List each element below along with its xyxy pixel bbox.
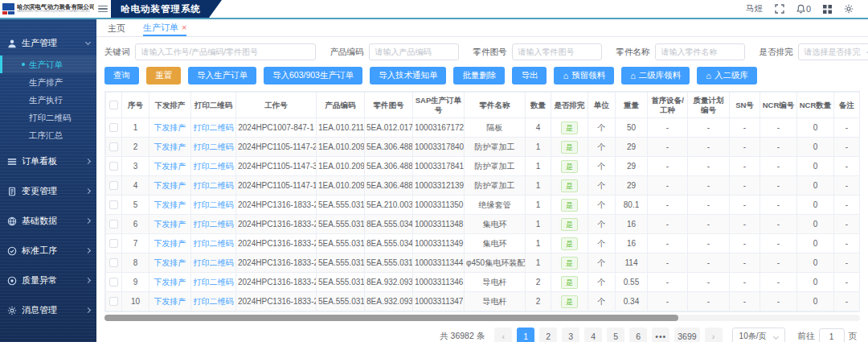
print-qrcode-link[interactable]: 打印二维码	[194, 297, 234, 306]
page-button-1[interactable]: 1	[517, 328, 534, 342]
cell-quality_plan_no: -	[688, 157, 730, 176]
dispatch-link[interactable]: 下发排产	[154, 181, 186, 190]
page-button-4[interactable]: 4	[584, 328, 602, 342]
dispatch-link[interactable]: 下发排产	[154, 162, 186, 171]
filter-input[interactable]	[655, 43, 745, 60]
sidebar-item-1[interactable]: 订单看板	[0, 149, 96, 174]
filter-field-2: 零件图号	[473, 43, 602, 60]
cell-qty: 1	[526, 196, 551, 215]
sidebar-item-4[interactable]: 标准工序	[0, 238, 96, 263]
sidebar-subitem[interactable]: 生产排产	[0, 73, 96, 91]
sidebar-item-0[interactable]: 生产管理	[0, 31, 96, 56]
sidebar-item-label: 生产管理	[22, 37, 81, 49]
dispatch-link[interactable]: 下发排产	[154, 258, 186, 267]
cell-quality_plan_no: -	[688, 176, 730, 196]
cell-print: 打印二维码	[191, 157, 236, 176]
print-qrcode-link[interactable]: 打印二维码	[194, 220, 234, 229]
sidebar-item-2[interactable]: 变更管理	[0, 179, 96, 204]
next-page-button[interactable]: ›	[705, 328, 723, 342]
goto-page-input[interactable]	[819, 328, 845, 342]
dispatch-link[interactable]: 下发排产	[154, 142, 186, 151]
sidebar-subitem[interactable]: 工序汇总	[0, 126, 96, 144]
sidebar-collapse-icon[interactable]	[96, 0, 109, 18]
tab-1[interactable]: 生产订单×	[143, 19, 186, 36]
toolbar-button-8[interactable]: ⌂二级库领料	[621, 67, 690, 84]
dispatch-link[interactable]: 下发排产	[154, 239, 186, 248]
sidebar-subitem[interactable]: 打印二维码	[0, 109, 96, 126]
toolbar-button-9[interactable]: ⌂入二级库	[697, 67, 757, 84]
row-checkbox[interactable]	[109, 220, 118, 229]
toolbar-button-0[interactable]: 查询	[104, 67, 139, 84]
sidebar-subitem[interactable]: 生产执行	[0, 91, 96, 109]
data-icon	[6, 216, 17, 226]
dispatch-link[interactable]: 下发排产	[154, 278, 186, 286]
cell-part_no: 5EA.210.0032	[365, 196, 413, 215]
dispatch-link[interactable]: 下发排产	[154, 220, 186, 229]
sidebar-item-6[interactable]: 消息管理	[0, 298, 96, 323]
filter-input[interactable]	[512, 43, 602, 60]
horizontal-scrollbar[interactable]	[104, 315, 860, 321]
page-button-5[interactable]: 5	[607, 328, 624, 342]
close-tab-icon[interactable]: ×	[182, 23, 186, 31]
row-checkbox[interactable]	[109, 162, 118, 171]
filter-input[interactable]	[369, 43, 459, 60]
toolbar-button-2[interactable]: 导入生产订单	[188, 67, 256, 84]
page-button-6[interactable]: 6	[629, 328, 647, 342]
sidebar-subitem[interactable]: 生产订单	[0, 56, 96, 73]
toolbar-button-7[interactable]: ⌂预留领料	[554, 67, 614, 84]
toolbar-button-3[interactable]: 导入603/903生产订单	[264, 67, 362, 84]
cell-checkbox	[106, 253, 122, 273]
toolbar-button-5[interactable]: 批量删除	[453, 67, 505, 84]
dispatch-link[interactable]: 下发排产	[154, 200, 186, 209]
print-qrcode-link[interactable]: 打印二维码	[194, 181, 234, 190]
page-button-2[interactable]: 2	[539, 328, 557, 342]
toolbar-button-4[interactable]: 导入技术通知单	[370, 67, 447, 84]
cell-work_no: 2024HPC1316-1833-2	[236, 253, 317, 273]
cell-ncr_qty: 0	[797, 138, 834, 157]
dispatch-link[interactable]: 下发排产	[154, 297, 186, 306]
settings-gear-icon[interactable]	[844, 4, 854, 14]
print-qrcode-link[interactable]: 打印二维码	[194, 142, 234, 151]
page-button-3699[interactable]: 3699	[674, 328, 699, 342]
select-all-checkbox[interactable]	[109, 101, 118, 109]
filter-input[interactable]	[135, 43, 316, 60]
row-checkbox[interactable]	[109, 142, 118, 151]
chevron-right-icon	[85, 248, 91, 253]
row-checkbox[interactable]	[109, 278, 118, 286]
page-ellipsis[interactable]: •••	[652, 328, 669, 342]
notifications-icon[interactable]: 0	[796, 4, 811, 14]
print-qrcode-link[interactable]: 打印二维码	[194, 200, 234, 209]
chevron-right-icon	[85, 159, 91, 164]
row-checkbox[interactable]	[109, 297, 118, 306]
row-checkbox[interactable]	[109, 258, 118, 267]
row-checkbox[interactable]	[109, 239, 118, 248]
tab-0[interactable]: 主页	[108, 19, 125, 36]
page-button-3[interactable]: 3	[562, 328, 579, 342]
print-qrcode-link[interactable]: 打印二维码	[194, 123, 234, 132]
cell-part_name: 导电杆	[465, 292, 526, 311]
scheduled-status-badge: 是	[561, 179, 578, 192]
page-size-select[interactable]: 10条/页	[732, 328, 785, 342]
dispatch-link[interactable]: 下发排产	[154, 123, 186, 132]
fullscreen-icon[interactable]	[775, 4, 784, 14]
print-qrcode-link[interactable]: 打印二维码	[194, 162, 234, 171]
sidebar-item-5[interactable]: 质量异常	[0, 268, 96, 293]
prev-page-button[interactable]: ‹	[494, 328, 512, 342]
scheduled-status-badge: 是	[561, 122, 578, 134]
sidebar: 生产管理生产订单生产排产生产执行打印二维码工序汇总订单看板变更管理基础数据标准工…	[0, 19, 96, 342]
row-checkbox[interactable]	[109, 123, 118, 132]
toolbar-button-6[interactable]: 导出	[512, 67, 547, 84]
print-qrcode-link[interactable]: 打印二维码	[194, 278, 234, 286]
print-qrcode-link[interactable]: 打印二维码	[194, 258, 234, 267]
row-checkbox[interactable]	[109, 181, 118, 190]
filter-select[interactable]: 请选择是否排完	[798, 43, 868, 60]
row-checkbox[interactable]	[109, 200, 118, 209]
cell-ncr_qty: 0	[797, 292, 834, 311]
sidebar-item-3[interactable]: 基础数据	[0, 208, 96, 233]
toolbar-button-1[interactable]: 重置	[146, 67, 181, 84]
apps-grid-icon[interactable]	[823, 5, 832, 14]
cell-qty: 2	[526, 273, 551, 292]
print-qrcode-link[interactable]: 打印二维码	[194, 239, 234, 248]
scrollbar-thumb[interactable]	[104, 315, 678, 321]
username[interactable]: 马煜	[746, 3, 763, 14]
